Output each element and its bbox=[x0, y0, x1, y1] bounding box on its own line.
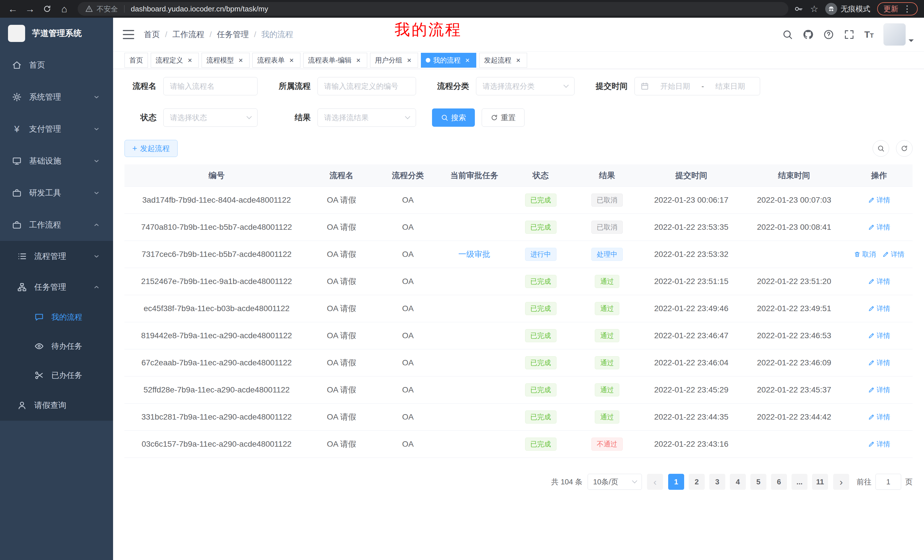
edit-icon bbox=[868, 441, 875, 448]
process-name-input[interactable] bbox=[164, 77, 258, 95]
key-icon[interactable] bbox=[794, 4, 803, 13]
breadcrumb-item[interactable]: 工作流程 bbox=[172, 29, 204, 40]
page-button[interactable]: 3 bbox=[709, 474, 725, 490]
page-button[interactable]: 11 bbox=[812, 474, 828, 490]
menu-kebab-icon[interactable]: ⋮ bbox=[903, 4, 911, 13]
detail-action[interactable]: 详情 bbox=[882, 250, 904, 259]
table-body: 3ad174fb-7b9d-11ec-8404-acde48001122 OA … bbox=[124, 187, 913, 458]
status-select[interactable]: 请选择状态 bbox=[164, 108, 258, 127]
fullscreen-icon[interactable] bbox=[844, 29, 855, 40]
bookmark-star-icon[interactable]: ☆ bbox=[810, 4, 818, 13]
sidebar-item-done-tasks[interactable]: 已办任务 bbox=[0, 361, 113, 390]
tab-process-model[interactable]: 流程模型× bbox=[202, 53, 249, 67]
detail-action[interactable]: 详情 bbox=[868, 412, 890, 422]
sidebar-toggle[interactable] bbox=[123, 30, 134, 39]
help-icon[interactable] bbox=[823, 29, 834, 40]
toggle-search-button[interactable] bbox=[873, 140, 889, 157]
breadcrumb-item[interactable]: 任务管理 bbox=[217, 29, 249, 40]
sidebar-item-my-process[interactable]: 我的流程 bbox=[0, 302, 113, 332]
edit-icon bbox=[868, 197, 875, 204]
sidebar-item-todo-tasks[interactable]: 待办任务 bbox=[0, 332, 113, 361]
status-tag: 已完成 bbox=[525, 275, 556, 288]
table-row: 67c2eaab-7b9a-11ec-a290-acde48001122 OA … bbox=[124, 349, 913, 376]
address-bar[interactable]: 不安全 dashboard.yudao.iocoder.cn/bpm/task/… bbox=[78, 2, 788, 16]
page-button[interactable]: ... bbox=[792, 474, 807, 490]
sidebar-item-system-mgmt[interactable]: 系统管理 bbox=[0, 81, 113, 113]
sidebar-item-process-mgmt[interactable]: 流程管理 bbox=[0, 241, 113, 272]
prev-page-button[interactable]: ‹ bbox=[647, 474, 663, 490]
tab-process-definition[interactable]: 流程定义× bbox=[151, 53, 199, 67]
sidebar-item-devtools[interactable]: 研发工具 bbox=[0, 177, 113, 209]
tab-user-group[interactable]: 用户分组× bbox=[370, 53, 418, 67]
sidebar-item-leave-query[interactable]: 请假查询 bbox=[0, 390, 113, 421]
browser-home-button[interactable]: ⌂ bbox=[57, 2, 72, 16]
close-icon[interactable]: × bbox=[464, 56, 471, 64]
goto-page-input[interactable] bbox=[876, 474, 901, 490]
detail-action[interactable]: 详情 bbox=[868, 196, 890, 205]
detail-action[interactable]: 详情 bbox=[868, 331, 890, 340]
page-button[interactable]: 5 bbox=[750, 474, 766, 490]
monitor-icon bbox=[12, 156, 22, 166]
end-date-placeholder[interactable]: 结束日期 bbox=[706, 81, 754, 91]
table-row: 03c6c157-7b9a-11ec-a290-acde48001122 OA … bbox=[124, 431, 913, 458]
close-icon[interactable]: × bbox=[288, 56, 296, 64]
user-menu[interactable] bbox=[884, 23, 914, 46]
toolbox-icon bbox=[12, 188, 22, 198]
tab-process-form-edit[interactable]: 流程表单-编辑× bbox=[303, 53, 367, 67]
status-tag: 已完成 bbox=[525, 302, 556, 315]
detail-action[interactable]: 详情 bbox=[868, 304, 890, 313]
detail-action[interactable]: 详情 bbox=[868, 223, 890, 232]
back-button[interactable]: ← bbox=[5, 2, 21, 16]
close-icon[interactable]: × bbox=[237, 56, 245, 64]
close-icon[interactable]: × bbox=[514, 56, 522, 64]
filter-label: 流程分类 bbox=[432, 81, 469, 91]
detail-action[interactable]: 详情 bbox=[868, 358, 890, 367]
tab-start-process[interactable]: 发起流程× bbox=[479, 53, 527, 67]
reload-button[interactable] bbox=[39, 2, 55, 16]
create-process-button[interactable]: + 发起流程 bbox=[124, 140, 178, 157]
search-button[interactable]: 搜索 bbox=[432, 108, 475, 127]
page-button[interactable]: 4 bbox=[730, 474, 746, 490]
edit-icon bbox=[868, 413, 875, 421]
page-size-select[interactable]: 10条/页 bbox=[588, 474, 642, 490]
sidebar-item-workflow[interactable]: 工作流程 bbox=[0, 209, 113, 241]
refresh-table-button[interactable] bbox=[896, 140, 913, 157]
cell-end-time: 2022-01-22 23:46:09 bbox=[742, 349, 846, 376]
github-icon[interactable] bbox=[802, 29, 813, 40]
detail-action[interactable]: 详情 bbox=[868, 440, 890, 449]
tab-process-form[interactable]: 流程表单× bbox=[252, 53, 300, 67]
close-icon[interactable]: × bbox=[405, 56, 413, 64]
tab-my-process[interactable]: 我的流程× bbox=[421, 53, 476, 67]
current-task-link[interactable]: 一级审批 bbox=[458, 249, 490, 260]
category-select[interactable]: 请选择流程分类 bbox=[476, 77, 574, 95]
page-button[interactable]: 1 bbox=[668, 474, 684, 490]
cell-end-time bbox=[742, 241, 846, 268]
start-date-placeholder[interactable]: 开始日期 bbox=[651, 81, 699, 91]
cancel-action[interactable]: 取消 bbox=[854, 250, 876, 259]
search-icon[interactable] bbox=[782, 29, 793, 40]
reset-button[interactable]: 重置 bbox=[482, 108, 525, 127]
font-size-icon[interactable]: TT bbox=[864, 29, 874, 40]
breadcrumb-item[interactable]: 首页 bbox=[144, 29, 160, 40]
detail-action[interactable]: 详情 bbox=[868, 385, 890, 394]
tab-home[interactable]: 首页 bbox=[124, 53, 148, 67]
close-icon[interactable]: × bbox=[186, 56, 194, 64]
update-button[interactable]: 更新 ⋮ bbox=[877, 2, 918, 15]
incognito-label: 无痕模式 bbox=[841, 4, 870, 14]
sidebar-item-home[interactable]: 首页 bbox=[0, 49, 113, 81]
sidebar-item-task-mgmt[interactable]: 任务管理 bbox=[0, 272, 113, 302]
sidebar-item-infrastructure[interactable]: 基础设施 bbox=[0, 145, 113, 177]
filter-label: 状态 bbox=[124, 112, 156, 123]
sidebar-item-payment-mgmt[interactable]: ¥ 支付管理 bbox=[0, 113, 113, 145]
page-button[interactable]: 6 bbox=[771, 474, 787, 490]
forward-button[interactable]: → bbox=[22, 2, 38, 16]
avatar[interactable] bbox=[884, 23, 906, 46]
page-button[interactable]: 2 bbox=[689, 474, 705, 490]
result-select[interactable]: 请选择流结果 bbox=[318, 108, 416, 127]
submit-time-range-picker[interactable]: 开始日期 - 结束日期 bbox=[634, 77, 760, 95]
detail-action[interactable]: 详情 bbox=[868, 277, 890, 286]
process-def-input[interactable] bbox=[318, 77, 416, 95]
close-icon[interactable]: × bbox=[354, 56, 362, 64]
next-page-button[interactable]: › bbox=[833, 474, 849, 490]
logo[interactable]: 芋道管理系统 bbox=[0, 18, 113, 49]
